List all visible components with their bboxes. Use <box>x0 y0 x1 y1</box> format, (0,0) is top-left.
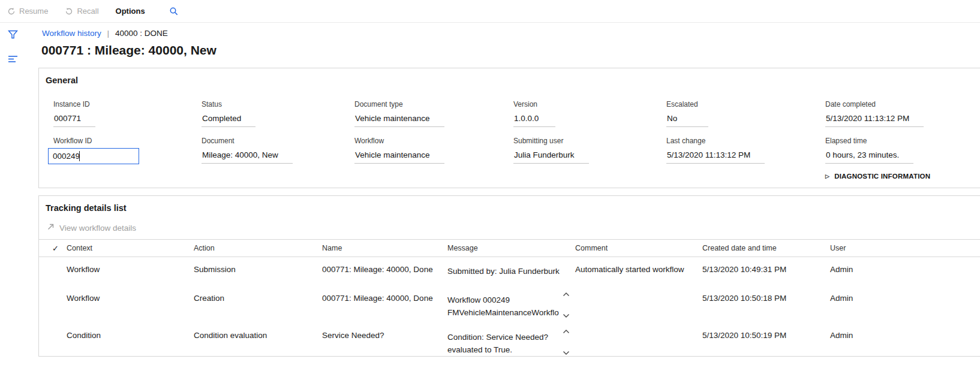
resume-icon <box>7 7 16 16</box>
general-section-title: General <box>39 68 980 85</box>
field-value[interactable]: Vehicle maintenance <box>354 114 444 127</box>
cell-action: Creation <box>194 294 322 303</box>
field-value[interactable]: Julia Funderburk <box>513 150 589 164</box>
field-label: Version <box>513 100 666 108</box>
left-rail <box>0 23 38 365</box>
field-label: Document type <box>354 100 513 108</box>
recall-button[interactable]: Recall <box>65 7 98 16</box>
field-label: Instance ID <box>53 100 202 108</box>
field-version: Version 1.0.0.0 <box>513 100 666 127</box>
breadcrumb-separator: | <box>107 29 109 38</box>
field-value[interactable]: No <box>666 114 708 127</box>
field-value[interactable]: Completed <box>202 114 255 127</box>
cell-message: Submitted by: Julia Funderburk <box>447 265 575 277</box>
column-header-comment[interactable]: Comment <box>575 244 702 252</box>
cell-user: Admin <box>830 265 980 274</box>
general-fields: Instance ID 000771 Status Completed Docu… <box>39 85 980 164</box>
field-elapsed-time: Elapsed time 0 hours, 23 minutes. <box>825 137 980 164</box>
cell-context: Workflow <box>67 265 194 274</box>
breadcrumb: Workflow history | 40000 : DONE <box>38 29 980 38</box>
select-all-icon[interactable]: ✓ <box>52 244 67 253</box>
grid-header-row: ✓ Context Action Name Message Comment Cr… <box>39 239 980 257</box>
field-date-completed: Date completed 5/13/2020 11:13:12 PM <box>825 100 980 127</box>
view-workflow-details-button[interactable]: View workflow details <box>47 223 980 233</box>
breadcrumb-current: 40000 : DONE <box>115 29 168 38</box>
field-label: Workflow <box>354 137 513 145</box>
field-label: Document <box>202 137 354 145</box>
chevron-down-icon <box>563 313 570 318</box>
column-header-name[interactable]: Name <box>322 244 447 252</box>
message-scrollbar[interactable] <box>561 329 570 355</box>
field-value[interactable]: Mileage: 40000, New <box>202 150 293 164</box>
cell-action: Condition evaluation <box>194 331 322 340</box>
field-value[interactable]: 000771 <box>53 114 95 127</box>
table-row[interactable]: Workflow Creation 000771: Mileage: 40000… <box>39 286 980 323</box>
field-submitting-user: Submitting user Julia Funderburk <box>513 137 666 164</box>
table-row[interactable]: Workflow Submission 000771: Mileage: 400… <box>39 257 980 286</box>
cell-name: Service Needed? <box>322 331 447 340</box>
text-caret <box>79 151 80 161</box>
view-workflow-details-label: View workflow details <box>59 224 136 233</box>
options-label: Options <box>116 7 145 16</box>
field-value[interactable]: 5/13/2020 11:13:12 PM <box>666 150 765 164</box>
column-header-context[interactable]: Context <box>67 244 194 252</box>
diagnostic-information-expander[interactable]: ▷ DIAGNOSTIC INFORMATION <box>825 173 967 180</box>
field-label: Escalated <box>666 100 825 108</box>
table-row[interactable]: Condition Condition evaluation Service N… <box>39 323 980 357</box>
field-label: Submitting user <box>513 137 666 145</box>
cell-created: 5/13/2020 10:50:18 PM <box>702 294 830 303</box>
chevron-right-icon: ▷ <box>825 173 829 179</box>
field-document-type: Document type Vehicle maintenance <box>354 100 513 127</box>
options-button[interactable]: Options <box>116 7 145 16</box>
field-value[interactable]: 1.0.0.0 <box>513 114 555 127</box>
resume-label: Resume <box>19 7 48 16</box>
task-list-icon[interactable] <box>8 55 18 65</box>
command-bar: Resume Recall Options <box>0 0 980 23</box>
cell-comment: Automatically started workflow <box>575 265 702 274</box>
field-value[interactable]: 0 hours, 23 minutes. <box>825 150 913 164</box>
tracking-section-title: Tracking details list <box>39 196 980 213</box>
field-instance-id: Instance ID 000771 <box>53 100 202 127</box>
general-section: General Instance ID 000771 Status Comple… <box>38 68 980 188</box>
cell-created: 5/13/2020 10:49:31 PM <box>702 265 830 274</box>
cell-user: Admin <box>830 294 980 303</box>
breadcrumb-link[interactable]: Workflow history <box>42 29 101 38</box>
field-workflow: Workflow Vehicle maintenance <box>354 137 513 164</box>
recall-label: Recall <box>77 7 98 16</box>
resume-button[interactable]: Resume <box>7 7 48 16</box>
field-label: Date completed <box>825 100 980 108</box>
cell-context: Workflow <box>67 294 194 303</box>
main-content: Workflow history | 40000 : DONE 000771 :… <box>38 23 980 365</box>
cell-context: Condition <box>67 331 194 340</box>
recall-icon <box>65 7 73 16</box>
field-value[interactable]: Vehicle maintenance <box>354 150 444 164</box>
field-label: Elapsed time <box>825 137 980 145</box>
cell-name: 000771: Mileage: 40000, Done <box>322 265 447 274</box>
field-document: Document Mileage: 40000, New <box>202 137 354 164</box>
field-value[interactable]: 5/13/2020 11:13:12 PM <box>825 114 924 127</box>
filter-icon[interactable] <box>8 30 18 41</box>
column-header-message[interactable]: Message <box>447 244 575 252</box>
field-escalated: Escalated No <box>666 100 825 127</box>
column-header-created[interactable]: Created date and time <box>702 244 830 252</box>
chevron-down-icon <box>563 351 570 355</box>
open-link-icon <box>47 223 55 233</box>
page-title: 000771 : Mileage: 40000, New <box>38 43 980 58</box>
field-label: Status <box>202 100 354 108</box>
diagnostic-information-label: DIAGNOSTIC INFORMATION <box>834 173 930 180</box>
column-header-user[interactable]: User <box>830 244 980 252</box>
cell-created: 5/13/2020 10:50:19 PM <box>702 331 830 340</box>
field-last-change: Last change 5/13/2020 11:13:12 PM <box>666 137 825 164</box>
cell-user: Admin <box>830 331 980 340</box>
search-icon[interactable] <box>169 7 179 16</box>
field-status: Status Completed <box>202 100 354 127</box>
cell-action: Submission <box>194 265 322 274</box>
cell-message: Condition: Service Needed? evaluated to … <box>447 331 575 356</box>
column-header-action[interactable]: Action <box>194 244 322 252</box>
chevron-up-icon <box>563 292 570 297</box>
field-workflow-id: Workflow ID <box>53 137 202 164</box>
field-label: Last change <box>666 137 825 145</box>
cell-message: Workflow 000249 FMVehicleMaintenanceWork… <box>447 294 575 319</box>
workflow-id-input[interactable] <box>48 148 139 164</box>
message-scrollbar[interactable] <box>561 292 570 318</box>
